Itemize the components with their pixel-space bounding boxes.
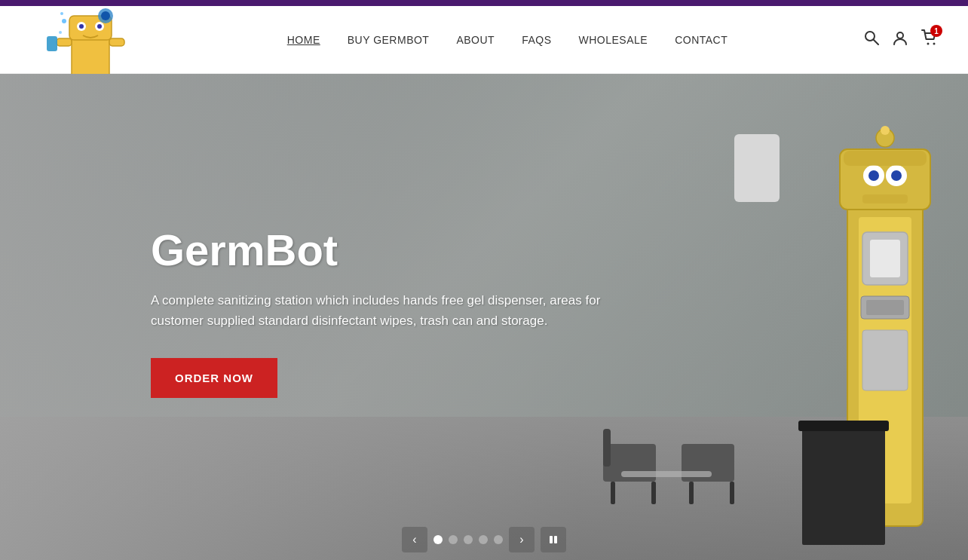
- hero-content: GermBot A complete sanitizing station wh…: [151, 225, 633, 398]
- nav-link-contact[interactable]: CONTACT: [675, 34, 728, 46]
- svg-rect-6: [57, 38, 72, 46]
- header: Germ Bot HOME BUY GERMBOT ABOUT FAQS WHO…: [0, 6, 968, 74]
- nav-link-faqs[interactable]: FAQS: [522, 34, 551, 46]
- nav-item-faqs[interactable]: FAQS: [522, 33, 551, 47]
- cart-icon[interactable]: 1: [921, 29, 938, 50]
- svg-point-26: [868, 170, 879, 181]
- svg-rect-39: [554, 536, 557, 543]
- carousel-dot-1[interactable]: [433, 535, 443, 544]
- svg-rect-30: [862, 194, 908, 203]
- svg-rect-7: [109, 38, 124, 46]
- hero-title: GermBot: [151, 225, 633, 275]
- carousel-dot-5[interactable]: [494, 535, 503, 544]
- logo-icon: Germ Bot: [30, 0, 151, 85]
- svg-point-15: [60, 12, 63, 15]
- svg-point-28: [891, 170, 902, 181]
- nav-link-about[interactable]: ABOUT: [456, 34, 495, 46]
- nav-item-about[interactable]: ABOUT: [456, 33, 495, 47]
- table: [621, 471, 712, 477]
- nav-item-wholesale[interactable]: WHOLESALE: [579, 33, 648, 47]
- carousel-controls: ‹ ›: [402, 527, 566, 552]
- svg-point-37: [881, 126, 890, 135]
- trash-can: [802, 417, 885, 545]
- search-icon[interactable]: [864, 30, 879, 49]
- nav-item-contact[interactable]: CONTACT: [675, 33, 728, 47]
- chairs-area: [603, 429, 742, 507]
- header-icons: 1: [864, 29, 938, 50]
- carousel-next-button[interactable]: ›: [509, 527, 535, 552]
- carousel-dot-2[interactable]: [449, 535, 458, 544]
- hero-section: GermBot A complete sanitizing station wh…: [0, 74, 968, 560]
- svg-point-20: [927, 43, 930, 45]
- user-icon[interactable]: [893, 30, 908, 49]
- svg-point-19: [897, 32, 903, 38]
- svg-rect-32: [870, 240, 900, 277]
- nav-link-buy[interactable]: BUY GERMBOT: [348, 34, 430, 46]
- nav-link-wholesale[interactable]: WHOLESALE: [579, 34, 648, 46]
- svg-point-3: [79, 24, 84, 29]
- svg-rect-29: [844, 151, 927, 166]
- svg-point-14: [59, 31, 62, 34]
- nav-links: HOME BUY GERMBOT ABOUT FAQS WHOLESALE CO…: [287, 33, 728, 47]
- cart-badge: 1: [930, 25, 942, 37]
- svg-rect-0: [72, 36, 109, 78]
- order-now-button[interactable]: ORDER NOW: [151, 358, 277, 398]
- nav-item-buy[interactable]: BUY GERMBOT: [348, 33, 430, 47]
- svg-point-5: [97, 24, 102, 29]
- svg-point-12: [101, 11, 110, 20]
- nav-link-home[interactable]: HOME: [287, 34, 320, 46]
- carousel-dot-3[interactable]: [464, 535, 473, 544]
- svg-point-21: [933, 43, 936, 45]
- svg-point-17: [865, 32, 875, 41]
- wall-dispenser: [734, 134, 780, 202]
- main-nav: HOME BUY GERMBOT ABOUT FAQS WHOLESALE CO…: [151, 33, 864, 47]
- svg-rect-35: [862, 330, 908, 390]
- carousel-pause-button[interactable]: [541, 527, 566, 552]
- hero-subtitle: A complete sanitizing station which incl…: [151, 290, 633, 331]
- svg-rect-38: [550, 536, 553, 543]
- nav-item-home[interactable]: HOME: [287, 33, 320, 47]
- carousel-dots: [433, 535, 503, 544]
- svg-point-13: [62, 19, 66, 23]
- carousel-dot-4[interactable]: [479, 535, 488, 544]
- carousel-prev-button[interactable]: ‹: [402, 527, 427, 552]
- logo[interactable]: Germ Bot: [30, 0, 151, 85]
- svg-rect-8: [47, 36, 57, 51]
- svg-line-18: [874, 40, 878, 44]
- svg-rect-34: [866, 300, 904, 315]
